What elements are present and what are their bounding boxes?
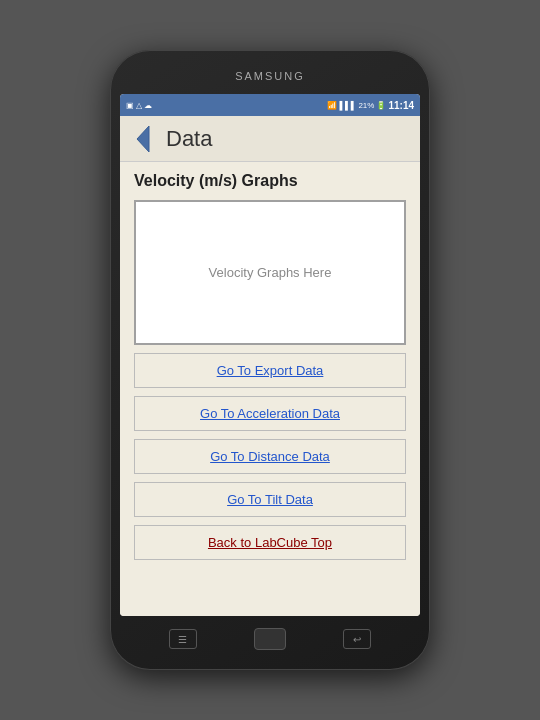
graph-box: Velocity Graphs Here: [134, 200, 406, 345]
phone-bottom-nav: ☰ ↩: [120, 620, 420, 658]
alert-icon: △: [136, 101, 142, 110]
page-title: Data: [166, 126, 212, 152]
status-bar-left: ▣ △ ☁: [126, 101, 152, 110]
brand-label: SAMSUNG: [235, 70, 305, 82]
back-hw-button[interactable]: ↩: [343, 629, 371, 649]
phone-top: SAMSUNG: [120, 62, 420, 90]
back-button[interactable]: [130, 121, 158, 157]
phone-frame: SAMSUNG ▣ △ ☁ 📶 ▌▌▌ 21% 🔋 11:14: [110, 50, 430, 670]
go-to-acceleration-data-button[interactable]: Go To Acceleration Data: [134, 396, 406, 431]
go-to-distance-data-button[interactable]: Go To Distance Data: [134, 439, 406, 474]
content-area: Velocity (m/s) Graphs Velocity Graphs He…: [120, 162, 420, 616]
cloud-icon: ☁: [144, 101, 152, 110]
menu-icon: ☰: [178, 634, 187, 645]
menu-button[interactable]: ☰: [169, 629, 197, 649]
app-header: Data: [120, 116, 420, 162]
status-time: 11:14: [388, 100, 414, 111]
status-bar: ▣ △ ☁ 📶 ▌▌▌ 21% 🔋 11:14: [120, 94, 420, 116]
back-to-labcube-top-button[interactable]: Back to LabCube Top: [134, 525, 406, 560]
signal-icon: ▌▌▌: [339, 101, 356, 110]
graph-placeholder: Velocity Graphs Here: [209, 265, 332, 280]
status-bar-right: 📶 ▌▌▌ 21% 🔋 11:14: [327, 100, 414, 111]
go-to-export-data-button[interactable]: Go To Export Data: [134, 353, 406, 388]
svg-marker-0: [137, 126, 149, 152]
home-button[interactable]: [254, 628, 286, 650]
sim-icon: ▣: [126, 101, 134, 110]
wifi-icon: 📶: [327, 101, 337, 110]
section-title: Velocity (m/s) Graphs: [134, 172, 406, 190]
go-to-tilt-data-button[interactable]: Go To Tilt Data: [134, 482, 406, 517]
screen: ▣ △ ☁ 📶 ▌▌▌ 21% 🔋 11:14 Data Velo: [120, 94, 420, 616]
battery-icon: 🔋: [376, 101, 386, 110]
battery-pct: 21%: [358, 101, 374, 110]
back-hw-icon: ↩: [353, 634, 361, 645]
